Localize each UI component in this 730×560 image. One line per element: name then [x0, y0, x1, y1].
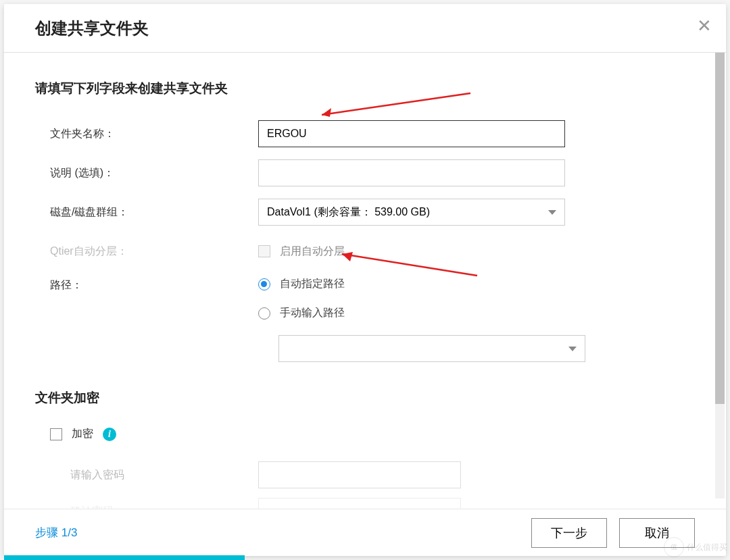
dialog-footer: 步骤 1/3 下一步 取消 — [4, 509, 726, 556]
create-shared-folder-dialog: 创建共享文件夹 ✕ 请填写下列字段来创建共享文件夹 文件夹名称： 说明 (选填)… — [4, 4, 726, 556]
description-input[interactable] — [258, 159, 565, 186]
volume-row: 磁盘/磁盘群组： DataVol1 (剩余容量： 539.00 GB) — [35, 199, 695, 226]
qtier-checkbox — [258, 245, 270, 257]
encryption-heading: 文件夹加密 — [35, 389, 695, 407]
password-confirm-input — [258, 498, 461, 509]
chevron-down-icon — [548, 210, 556, 215]
volume-select-value: DataVol1 (剩余容量： 539.00 GB) — [267, 205, 430, 220]
progress-bar — [4, 555, 245, 560]
next-button[interactable]: 下一步 — [531, 518, 607, 548]
dialog-title: 创建共享文件夹 — [35, 18, 149, 39]
path-manual-label: 手动输入路径 — [280, 306, 345, 320]
folder-name-label: 文件夹名称： — [35, 127, 258, 141]
dialog-body[interactable]: 请填写下列字段来创建共享文件夹 文件夹名称： 说明 (选填)： 磁盘/磁盘群组：… — [4, 53, 726, 509]
volume-select[interactable]: DataVol1 (剩余容量： 539.00 GB) — [258, 199, 565, 226]
folder-name-row: 文件夹名称： — [35, 120, 695, 147]
path-auto-label: 自动指定路径 — [280, 277, 345, 291]
path-label: 路径： — [35, 277, 258, 292]
path-manual-option[interactable]: 手动输入路径 — [258, 306, 565, 320]
close-icon[interactable]: ✕ — [695, 16, 714, 35]
svg-marker-1 — [322, 108, 331, 117]
scrollbar-track[interactable] — [715, 53, 725, 499]
info-icon[interactable]: i — [103, 428, 116, 441]
description-row: 说明 (选填)： — [35, 159, 695, 186]
annotation-arrow-icon — [315, 93, 477, 123]
encrypt-row: 加密 i — [35, 427, 695, 441]
dialog-header: 创建共享文件夹 ✕ — [4, 4, 726, 53]
encrypt-checkbox[interactable] — [50, 428, 62, 440]
qtier-row: Qtier自动分层： 启用自动分层 — [35, 238, 695, 265]
watermark-text: 什么值得买 — [687, 542, 727, 553]
qtier-label: Qtier自动分层： — [35, 245, 258, 259]
section-heading: 请填写下列字段来创建共享文件夹 — [35, 80, 695, 97]
chevron-down-icon — [568, 347, 577, 351]
encrypt-label: 加密 — [72, 427, 93, 441]
radio-unchecked-icon — [258, 307, 270, 320]
watermark-logo-icon: 值 — [664, 537, 684, 557]
path-row: 路径： 自动指定路径 手动输入路径 — [35, 277, 695, 362]
manual-path-select[interactable] — [278, 335, 585, 362]
volume-label: 磁盘/磁盘群组： — [35, 205, 258, 220]
password-input — [258, 461, 461, 488]
path-auto-option[interactable]: 自动指定路径 — [258, 277, 565, 291]
step-indicator: 步骤 1/3 — [35, 525, 77, 540]
scrollbar-thumb[interactable] — [715, 53, 725, 404]
folder-name-input[interactable] — [258, 120, 565, 147]
watermark: 值 什么值得买 — [664, 537, 727, 557]
password-label: 请输入密码 — [35, 468, 258, 482]
password-confirm-row: 确认密码 — [35, 498, 695, 509]
description-label: 说明 (选填)： — [35, 166, 258, 180]
qtier-checkbox-label: 启用自动分层 — [280, 245, 345, 259]
radio-checked-icon — [258, 278, 270, 290]
password-row: 请输入密码 — [35, 461, 695, 488]
